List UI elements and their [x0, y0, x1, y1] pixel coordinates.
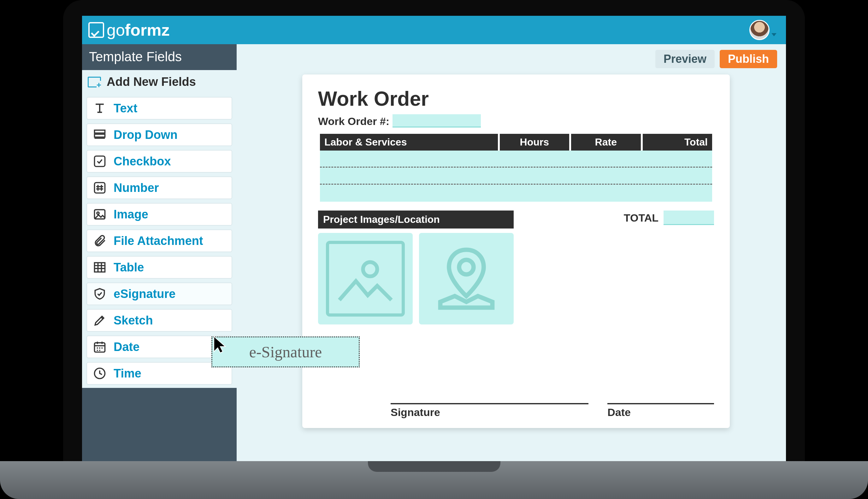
dropdown-icon — [93, 128, 107, 142]
work-order-number-row: Work Order #: — [318, 114, 714, 127]
logo-text: goformz — [107, 21, 170, 39]
field-label: Image — [114, 208, 148, 221]
field-label: Text — [114, 102, 137, 115]
brand-logo[interactable]: goformz — [88, 21, 170, 39]
table-header: Labor & Services — [320, 134, 498, 150]
text-icon — [93, 101, 107, 115]
avatar-icon — [749, 20, 770, 40]
labor-services-table[interactable]: Labor & Services Hours Rate Total — [318, 134, 714, 202]
image-icon — [326, 241, 405, 317]
map-pin-icon — [432, 244, 501, 313]
app-screen: goformz Template Fields Add New Fields — [82, 16, 786, 467]
field-label: Time — [114, 367, 141, 380]
shield-check-icon — [93, 287, 107, 301]
user-menu[interactable] — [749, 20, 777, 40]
svg-point-10 — [459, 260, 474, 274]
field-type-file-attachment[interactable]: File Attachment — [86, 230, 232, 252]
work-order-label: Work Order #: — [318, 115, 389, 127]
image-icon — [93, 207, 107, 221]
project-images-header: Project Images/Location — [318, 210, 514, 229]
field-type-text[interactable]: Text — [86, 97, 232, 120]
clock-icon — [93, 366, 107, 380]
form-canvas[interactable]: Work Order Work Order #: Labor & Service… — [302, 74, 730, 428]
top-bar: goformz — [82, 16, 786, 44]
image-placeholders-row — [318, 233, 714, 325]
field-type-checkbox[interactable]: Checkbox — [86, 150, 232, 173]
table-icon — [93, 260, 107, 274]
field-label: eSignature — [114, 287, 175, 301]
svg-rect-2 — [95, 156, 105, 167]
field-label: File Attachment — [114, 234, 203, 248]
calendar-icon — [93, 340, 107, 354]
total-row: TOTAL — [624, 210, 714, 225]
sidebar-title: Template Fields — [82, 44, 237, 70]
drag-ghost-label: e-Signature — [249, 343, 322, 361]
laptop-notch — [368, 461, 500, 472]
field-label: Table — [114, 261, 144, 274]
field-label: Date — [114, 340, 139, 354]
field-type-dropdown[interactable]: Drop Down — [86, 123, 232, 146]
pencil-icon — [93, 313, 107, 327]
svg-point-5 — [97, 212, 99, 214]
logo-mark-icon — [88, 22, 104, 38]
editor-main: Preview Publish Work Order Work Order #:… — [237, 44, 786, 467]
field-type-esignature[interactable]: eSignature — [86, 282, 232, 305]
checkbox-icon — [93, 154, 107, 168]
add-new-fields-header[interactable]: Add New Fields — [82, 70, 237, 94]
field-label: Number — [114, 181, 159, 195]
field-type-date[interactable]: Date — [86, 336, 232, 358]
preview-button[interactable]: Preview — [655, 50, 715, 68]
field-label: Checkbox — [114, 155, 171, 168]
section-row: Project Images/Location TOTAL — [318, 210, 714, 229]
signature-label: Signature — [390, 406, 588, 418]
form-title: Work Order — [318, 87, 714, 110]
field-type-time[interactable]: Time — [86, 362, 232, 385]
date-field[interactable] — [607, 403, 714, 404]
field-type-sketch[interactable]: Sketch — [86, 309, 232, 332]
add-new-label: Add New Fields — [107, 75, 196, 89]
svg-point-9 — [363, 262, 377, 277]
signature-field[interactable] — [390, 403, 588, 404]
table-header: Rate — [571, 134, 641, 150]
number-icon — [93, 181, 107, 195]
table-row[interactable] — [320, 150, 712, 168]
date-label: Date — [607, 406, 714, 418]
laptop-base — [0, 461, 868, 499]
field-type-number[interactable]: Number — [86, 177, 232, 199]
paperclip-icon — [93, 234, 107, 248]
image-field-placeholder[interactable] — [318, 233, 413, 325]
table-row[interactable] — [320, 185, 712, 202]
svg-rect-6 — [95, 263, 105, 272]
total-field[interactable] — [664, 210, 714, 225]
field-type-table[interactable]: Table — [86, 256, 232, 279]
work-order-number-field[interactable] — [393, 114, 481, 127]
sidebar: Template Fields Add New Fields Text — [82, 44, 237, 467]
field-type-image[interactable]: Image — [86, 203, 232, 226]
chevron-down-icon — [771, 33, 777, 36]
svg-rect-0 — [95, 130, 105, 133]
svg-rect-3 — [95, 183, 105, 193]
signature-row: Signature Date — [318, 403, 714, 418]
table-header: Total — [643, 134, 712, 150]
table-header: Hours — [500, 134, 570, 150]
laptop-frame: goformz Template Fields Add New Fields — [63, 0, 805, 467]
field-label: Drop Down — [114, 128, 178, 142]
total-label: TOTAL — [624, 212, 658, 224]
cursor-icon — [213, 335, 228, 354]
add-field-icon — [88, 77, 101, 87]
work-area: Template Fields Add New Fields Text — [82, 44, 786, 467]
publish-button[interactable]: Publish — [720, 50, 777, 68]
top-actions: Preview Publish — [246, 48, 777, 74]
drag-ghost-esignature[interactable]: e-Signature — [211, 337, 360, 367]
svg-rect-1 — [95, 134, 105, 137]
field-label: Sketch — [114, 314, 153, 327]
table-row[interactable] — [320, 168, 712, 185]
location-field-placeholder[interactable] — [419, 233, 514, 325]
